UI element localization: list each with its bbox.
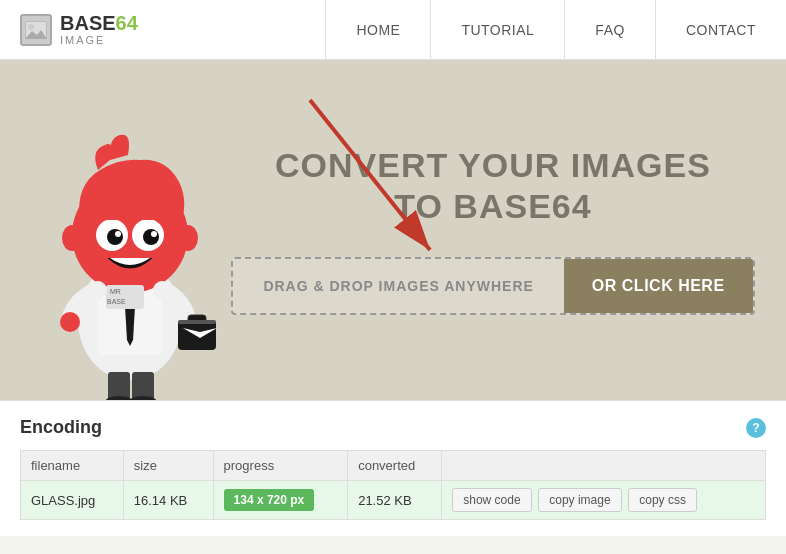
file-table: filename size progress converted GLASS.j… [20, 450, 766, 520]
nav-home[interactable]: HOME [325, 0, 430, 59]
logo-text: BASE64 IMAGE [60, 12, 138, 46]
col-actions [442, 451, 766, 481]
nav-tutorial[interactable]: TUTORIAL [430, 0, 564, 59]
svg-point-14 [151, 231, 157, 237]
navbar: BASE64 IMAGE HOME TUTORIAL FAQ CONTACT [0, 0, 786, 60]
hero-content: CONVERT YOUR IMAGES TO BASE64 DRAG & DRO… [231, 145, 754, 315]
nav-contact[interactable]: CONTACT [655, 0, 786, 59]
cell-converted: 21.52 KB [348, 481, 442, 520]
svg-rect-25 [108, 372, 130, 400]
cell-filename: GLASS.jpg [21, 481, 124, 520]
table-row: GLASS.jpg 16.14 KB 134 x 720 px 21.52 KB… [21, 481, 766, 520]
svg-point-20 [60, 312, 80, 332]
progress-bar: 134 x 720 px [224, 489, 315, 511]
copy-css-button[interactable]: copy css [628, 488, 697, 512]
cell-progress: 134 x 720 px [213, 481, 348, 520]
logo-base: BASE64 [60, 12, 138, 34]
logo-icon [20, 14, 52, 46]
col-filename: filename [21, 451, 124, 481]
svg-point-3 [28, 24, 34, 30]
col-progress: progress [213, 451, 348, 481]
copy-image-button[interactable]: copy image [538, 488, 621, 512]
nav-links: HOME TUTORIAL FAQ CONTACT [325, 0, 786, 59]
hero-title: CONVERT YOUR IMAGES TO BASE64 [275, 145, 711, 227]
show-code-button[interactable]: show code [452, 488, 531, 512]
svg-point-15 [62, 225, 82, 251]
encoding-title: Encoding [20, 417, 102, 438]
encoding-section: Encoding ? filename size progress conver… [0, 400, 786, 536]
help-icon[interactable]: ? [746, 418, 766, 438]
cell-actions: show code copy image copy css [442, 481, 766, 520]
mascot: MR BASE [20, 90, 240, 400]
svg-text:MR: MR [110, 288, 121, 295]
click-here-button[interactable]: OR CLICK HERE [564, 259, 753, 313]
drop-text: DRAG & DROP IMAGES ANYWHERE [233, 260, 563, 312]
hero-section: MR BASE [0, 60, 786, 400]
svg-point-16 [178, 225, 198, 251]
cell-size: 16.14 KB [123, 481, 213, 520]
table-header-row: filename size progress converted [21, 451, 766, 481]
encoding-header: Encoding ? [20, 417, 766, 438]
col-converted: converted [348, 451, 442, 481]
svg-point-13 [115, 231, 121, 237]
col-size: size [123, 451, 213, 481]
nav-faq[interactable]: FAQ [564, 0, 655, 59]
svg-rect-26 [132, 372, 154, 400]
logo-subtext: IMAGE [60, 34, 138, 46]
logo: BASE64 IMAGE [0, 12, 200, 46]
svg-point-12 [143, 229, 159, 245]
svg-point-11 [107, 229, 123, 245]
svg-rect-23 [178, 320, 216, 324]
svg-text:BASE: BASE [107, 298, 126, 305]
drop-zone[interactable]: DRAG & DROP IMAGES ANYWHERE OR CLICK HER… [231, 257, 754, 315]
